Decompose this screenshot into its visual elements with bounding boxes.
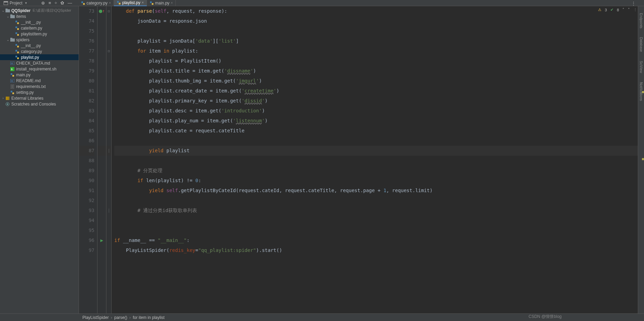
prev-highlight-icon[interactable]: ˄ [622,8,624,12]
line-number[interactable]: 85 [79,126,94,136]
tree-item[interactable]: playlistItem.py [0,31,79,37]
line-number[interactable]: 83 [79,106,94,116]
implements-arrow-icon[interactable]: ↑ [102,6,105,16]
code-line[interactable] [114,26,644,36]
line-number[interactable]: 90 [79,176,94,186]
breadcrumb-item[interactable]: parse() [114,315,127,320]
line-number[interactable]: 74 [79,16,94,26]
editor-tab[interactable]: playlist.py× [114,0,147,6]
code-line[interactable]: playlist.thumb_img = item.get('imgurl') [114,76,644,86]
breadcrumb-item[interactable]: PlayListSpider [82,315,109,320]
tree-item[interactable]: __init__.py [0,19,79,25]
code-line[interactable] [114,196,644,206]
tree-item[interactable]: playlist.py [0,54,79,60]
code-line[interactable]: if len(playlist) != 0: [114,176,644,186]
code-line[interactable]: for item in playlist: [114,46,644,56]
breadcrumb-item[interactable]: for item in playlist [133,315,165,320]
line-number[interactable]: 87 [79,146,94,156]
line-number[interactable]: 80 [79,76,94,86]
code-line[interactable]: # 分页处理 [114,166,644,176]
code-line[interactable]: jsonData = response.json [114,16,644,26]
tree-item[interactable]: MREADME.md [0,78,79,84]
tree-item[interactable]: category.py [0,48,79,54]
code-line[interactable]: playlist = jsonData['data']['list'] [114,36,644,46]
line-number[interactable]: 81 [79,86,94,96]
run-gutter-icon[interactable]: ▶ [100,235,103,245]
code-line[interactable]: if __name__ == "__main__": [114,235,644,245]
close-icon[interactable]: × [171,1,173,5]
code-line[interactable] [114,156,644,166]
tree-arrow-icon[interactable]: › [1,96,5,100]
fold-line-icon[interactable]: │ [108,206,110,215]
fold-minus-icon[interactable]: ⊟ [108,46,110,56]
locate-icon[interactable]: ⊕ [41,0,45,5]
close-icon[interactable]: × [142,1,144,4]
tree-item[interactable]: ⌄items [0,13,79,19]
line-number[interactable]: 75 [79,26,94,36]
tree-arrow-icon[interactable]: ⌄ [6,38,10,42]
code-line[interactable] [114,215,644,225]
line-number[interactable]: 91 [79,186,94,196]
editor-more-icon[interactable]: ⋮ [629,0,638,7]
code-editor[interactable]: 7374757677787980818283848586878889909192… [79,6,644,313]
tree-item[interactable]: __init__.py [0,43,79,48]
collapse-all-icon[interactable]: ÷ [55,0,57,5]
inspection-bar[interactable]: ⚠3 ✔8 ˄ ˅ ⋮ [598,8,637,12]
tree-item[interactable]: main.py [0,72,79,78]
project-tree[interactable]: ⌄QQSpiderE:\桌面\项目\QQSpider⌄items__init__… [0,6,79,313]
fold-line-icon[interactable]: │ [108,146,110,156]
rail-button[interactable]: Endpoints [639,13,643,28]
tree-item[interactable]: MCHECK_DATA.md [0,60,79,66]
line-number[interactable]: 88 [79,156,94,166]
tree-item[interactable]: ⌄QQSpiderE:\桌面\项目\QQSpider [0,8,79,13]
line-number[interactable]: 89 [79,166,94,176]
fold-minus-icon[interactable]: ⊟ [108,6,110,16]
code-line[interactable]: PlayListSpider(redis_key="qq_playlist:sp… [114,245,644,255]
close-icon[interactable]: × [109,1,111,5]
code-line[interactable]: playlist.play_num = item.get('listennum'… [114,116,644,126]
rail-button[interactable]: SciView [639,61,643,73]
code-line[interactable]: playlist = PlaylistItem() [114,56,644,66]
line-number[interactable]: 79 [79,66,94,76]
editor-tab[interactable]: category.py× [78,0,114,6]
tree-item[interactable]: cateItem.py [0,25,79,31]
line-number[interactable]: 77 [79,46,94,56]
line-number[interactable]: 97 [79,245,94,255]
code-line[interactable]: playlist.create_date = item.get('createt… [114,86,644,96]
code-line[interactable]: playlist.desc = item.get('introduction') [114,106,644,116]
fold-gutter[interactable]: ⊟⊟││ [106,6,112,313]
line-number[interactable]: 96 [79,235,94,245]
tree-item[interactable]: Scratches and Consoles [0,101,79,107]
tree-item[interactable]: requirements.txt [0,84,79,89]
line-number[interactable]: 94 [79,215,94,225]
line-number[interactable]: 78 [79,56,94,66]
line-number[interactable]: 92 [79,196,94,206]
line-number[interactable]: 73 [79,6,94,16]
line-number[interactable]: 86 [79,136,94,146]
code-line[interactable]: # 通过分类id获取歌单列表 [114,206,644,215]
line-number[interactable]: 95 [79,225,94,235]
minimize-icon[interactable]: — [68,0,72,5]
editor-tab[interactable]: main.py× [147,0,176,6]
tree-arrow-icon[interactable]: ⌄ [6,14,10,18]
code-content[interactable]: def parse(self, request, response): json… [112,6,644,313]
line-number[interactable]: 76 [79,36,94,46]
settings-gear-icon[interactable]: ✿ [60,0,64,5]
code-line[interactable]: yield playlist [114,146,644,156]
line-number-gutter[interactable]: 7374757677787980818283848586878889909192… [79,6,97,313]
code-line[interactable] [114,225,644,235]
line-number[interactable]: 84 [79,116,94,126]
inspection-menu-icon[interactable]: ⋮ [633,8,637,12]
line-number[interactable]: 93 [79,206,94,215]
marker-gutter[interactable]: ↑▶ [97,6,106,313]
expand-all-icon[interactable]: ≡ [48,0,51,5]
tree-item[interactable]: setting.py [0,89,79,95]
code-line[interactable]: playlist.cate = request.cateTitle [114,126,644,136]
code-line[interactable]: def parse(self, request, response): [114,6,644,16]
code-line[interactable] [114,136,644,146]
override-marker-icon[interactable] [99,10,102,13]
tree-item[interactable]: ⌄spiders [0,37,79,43]
line-number[interactable]: 82 [79,96,94,106]
tree-item[interactable]: ›External Libraries [0,95,79,101]
code-line[interactable]: yield self.getPlaylistByCateId(request.c… [114,186,644,196]
